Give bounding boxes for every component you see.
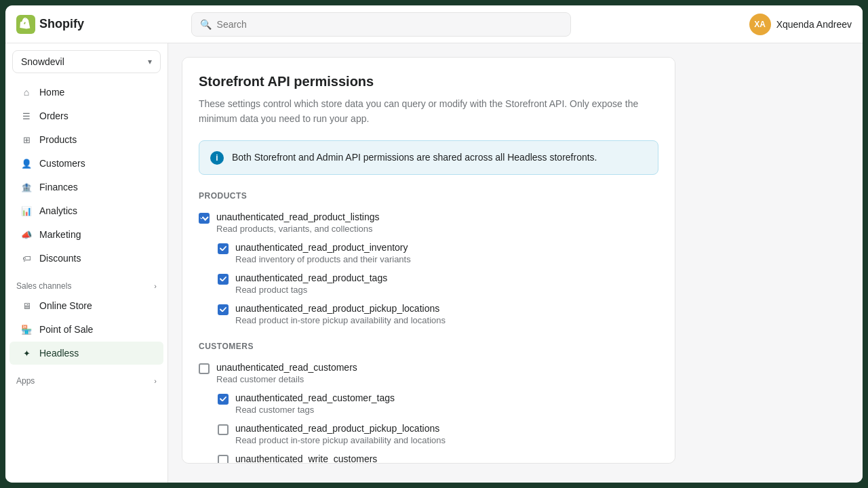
checkbox-read-product-inventory[interactable] [218,243,229,254]
main-content: Storefront API permissions These setting… [168,43,863,483]
permission-text: unauthenticated_read_customer_tags Read … [235,392,395,415]
sidebar-item-label: Analytics [39,205,77,216]
sidebar-item-label: Point of Sale [39,324,93,335]
main-nav: ⌂ Home ☰ Orders ⊞ Products 👤 [5,80,167,270]
permission-item: unauthenticated_read_customers Read cust… [199,362,658,384]
sidebar-item-customers[interactable]: 👤 Customers [9,152,163,175]
user-name: Xquenda Andreev [776,19,852,30]
user-area[interactable]: XA Xquenda Andreev [749,14,852,35]
page-title: Storefront API permissions [199,74,658,89]
permission-label: unauthenticated_read_customer_tags [235,392,395,403]
permission-item-nested: unauthenticated_read_customer_tags Read … [218,392,658,415]
search-input[interactable] [217,19,562,30]
permission-label: unauthenticated_read_customers [216,362,357,373]
store-name: Snowdevil [21,56,64,67]
home-icon: ⌂ [20,86,33,98]
sidebar-item-products[interactable]: ⊞ Products [9,128,163,151]
permission-item-nested: unauthenticated_read_product_inventory R… [218,242,658,264]
sidebar-item-label: Online Store [39,300,92,311]
customers-section: CUSTOMERS unauthenticated_read_customers… [199,342,658,464]
permission-description: Read inventory of products and their var… [235,254,411,264]
right-panel [686,57,849,469]
checkbox-read-product-listings[interactable] [199,213,210,224]
sidebar-item-label: Headless [39,348,79,359]
checkbox-read-product-tags[interactable] [218,274,229,285]
page-description: These settings control which store data … [199,96,658,127]
products-icon: ⊞ [20,134,33,146]
shopify-logo-icon [16,15,35,34]
sales-channels-section: Sales channels › 🖥 Online Store 🏪 Point … [5,276,167,365]
chevron-right-icon: › [154,282,157,290]
permission-label: unauthenticated_read_product_tags [235,272,387,283]
apps-header[interactable]: Apps › [5,371,167,388]
analytics-icon: 📊 [20,205,33,217]
permission-item-nested: unauthenticated_read_product_pickup_loca… [218,423,658,445]
shopify-logo: shopify [16,15,98,34]
sidebar-item-label: Discounts [39,253,81,264]
checkbox-write-customers[interactable] [218,455,229,464]
info-banner-text: Both Storefront and Admin API permission… [232,150,597,165]
permission-description: Read customer details [216,374,357,384]
permission-item: unauthenticated_read_product_listings Re… [199,211,658,234]
permission-text: unauthenticated_read_product_pickup_loca… [235,303,446,325]
discounts-icon: 🏷 [20,252,33,264]
sidebar-item-online-store[interactable]: 🖥 Online Store [9,294,163,317]
products-section: PRODUCTS unauthenticated_read_product_li… [199,191,658,325]
sidebar: Snowdevil ▾ ⌂ Home ☰ Orders [5,43,168,483]
sidebar-item-label: Customers [39,158,85,169]
permission-description: Read products, variants, and collections [216,224,380,234]
sidebar-item-orders[interactable]: ☰ Orders [9,104,163,127]
search-bar[interactable]: 🔍 [191,12,571,37]
checkbox-read-customers[interactable] [199,363,210,374]
chevron-right-icon: › [154,377,157,385]
permission-label: unauthenticated_write_customers [235,453,377,464]
sidebar-item-headless[interactable]: ✦ Headless [9,342,163,365]
store-selector[interactable]: Snowdevil ▾ [12,50,161,73]
permission-description: Read customer tags [235,405,395,415]
chevron-down-icon: ▾ [148,57,152,66]
avatar: XA [749,14,771,35]
permission-description: Read product tags [235,285,387,295]
permission-label: unauthenticated_read_product_pickup_loca… [235,423,446,434]
permission-description: Read product in-store pickup availabilit… [235,435,446,445]
permission-description: Read product in-store pickup availabilit… [235,315,446,325]
customers-section-header: CUSTOMERS [199,342,658,351]
store-icon: 🖥 [20,300,33,312]
permission-text: unauthenticated_read_customers Read cust… [216,362,357,384]
pos-icon: 🏪 [20,323,33,336]
sidebar-item-label: Orders [39,110,68,121]
permission-text: unauthenticated_write_customers Modify c… [235,453,377,464]
shopify-logo-text: shopify [39,17,84,31]
permission-label: unauthenticated_read_product_inventory [235,242,411,253]
checkbox-read-product-pickup-locations-c[interactable] [218,424,229,435]
apps-section: Apps › [5,371,167,388]
permission-text: unauthenticated_read_product_tags Read p… [235,272,387,295]
apps-label: Apps [16,376,35,386]
permission-text: unauthenticated_read_product_inventory R… [235,242,411,264]
sidebar-item-analytics[interactable]: 📊 Analytics [9,199,163,222]
orders-icon: ☰ [20,110,33,122]
info-icon: i [210,151,224,165]
sidebar-item-label: Marketing [39,229,81,240]
products-section-header: PRODUCTS [199,191,658,201]
sidebar-item-label: Finances [39,182,78,192]
customers-icon: 👤 [20,157,33,169]
sidebar-item-point-of-sale[interactable]: 🏪 Point of Sale [9,318,163,341]
info-banner: i Both Storefront and Admin API permissi… [199,140,658,175]
permission-item-nested: unauthenticated_read_product_tags Read p… [218,272,658,295]
sidebar-item-label: Products [39,134,77,145]
permission-label: unauthenticated_read_product_listings [216,211,380,222]
sales-channels-label: Sales channels [16,281,71,291]
sidebar-item-home[interactable]: ⌂ Home [9,81,163,104]
search-icon: 🔍 [200,19,212,30]
sidebar-item-finances[interactable]: 🏦 Finances [9,176,163,199]
permission-item-nested: unauthenticated_read_product_pickup_loca… [218,303,658,325]
permission-text: unauthenticated_read_product_pickup_loca… [235,423,446,445]
permission-label: unauthenticated_read_product_pickup_loca… [235,303,446,314]
sidebar-item-marketing[interactable]: 📣 Marketing [9,223,163,246]
sidebar-item-discounts[interactable]: 🏷 Discounts [9,247,163,270]
checkbox-read-product-pickup-locations[interactable] [218,304,229,315]
checkbox-read-customer-tags[interactable] [218,394,229,405]
sales-channels-header[interactable]: Sales channels › [5,276,167,293]
headless-icon: ✦ [20,347,33,359]
